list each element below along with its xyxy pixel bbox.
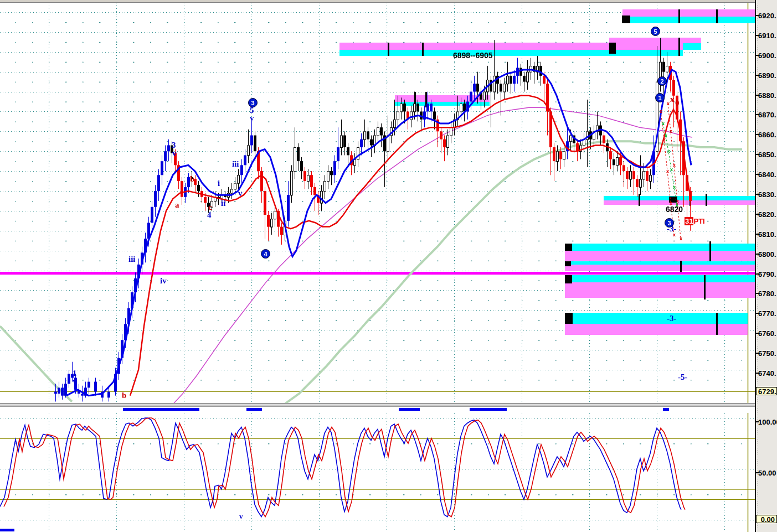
oscillator-value-box: 0.00	[756, 515, 777, 523]
price-axis-label: 6820.	[758, 210, 776, 219]
wave-label-x: x	[670, 96, 675, 103]
wave-label-0: 0	[675, 100, 680, 107]
circled-wave-3: 3	[665, 218, 674, 228]
wave-label-ii: ii	[221, 200, 225, 207]
circled-wave-3: 3	[248, 98, 258, 107]
price-axis-label: 6800.	[758, 250, 776, 259]
wave-label-b: b	[122, 392, 126, 399]
circled-wave-2: 2	[657, 76, 667, 86]
session-open-price-box: 6729.5	[756, 387, 777, 395]
pti-indicator: 31PTI	[685, 217, 705, 225]
oscillator-canvas[interactable]	[0, 413, 755, 532]
wave-label-3: 3	[172, 142, 176, 149]
wave-label-v: v	[250, 115, 254, 122]
price-axis-label: 6920.	[758, 12, 776, 20]
circled-wave-1: 1	[655, 93, 665, 102]
wave-label-b: b	[190, 175, 194, 183]
price-axis-label: 6740.	[758, 369, 776, 378]
main-price-chart-canvas[interactable]	[0, 3, 755, 403]
trend-ribbon-bar	[246, 408, 262, 411]
price-axis-label: 6830.	[758, 190, 776, 199]
trend-ribbon-strip	[0, 407, 755, 413]
price-axis-label: 6790.	[758, 270, 776, 278]
price-axis-label: 6850.	[758, 151, 776, 159]
axis-minor-ticks	[758, 3, 758, 529]
trend-ribbon-bar	[470, 408, 507, 411]
trend-ribbon-bar	[123, 408, 199, 411]
wave-label-3: -3-	[667, 315, 677, 322]
pti-value: 31	[685, 217, 693, 225]
price-axis-label: 6810.	[758, 230, 776, 239]
wave-label-iii: iii	[128, 256, 136, 263]
price-axis-label: 6770.	[758, 309, 776, 318]
wave-label-v: v	[172, 150, 177, 157]
wave-label-a: a	[175, 202, 179, 209]
wave-label-iii: iii	[232, 161, 239, 168]
oscillator-axis-label: 50.00	[758, 469, 776, 477]
wave-label-5: -5-	[678, 374, 688, 381]
wave-label-v: v	[73, 378, 77, 385]
price-axis-label: 6900.	[758, 51, 776, 60]
price-axis-label: 6840.	[758, 171, 776, 179]
price-axis-label: 6860.	[758, 131, 776, 139]
price-axis[interactable]: 6920.6910.6900.6890.6880.6870.6860.6850.…	[755, 0, 777, 532]
price-axis-label: 6780.	[758, 290, 776, 298]
wave-label-iv: iv	[160, 277, 167, 285]
wave-label-4: 4	[207, 211, 212, 219]
price-axis-label: 6870.	[758, 111, 776, 119]
price-axis-label: 6760.	[758, 329, 776, 338]
resistance-zone-label: 6898--6905	[453, 51, 493, 60]
circled-wave-4: 4	[261, 249, 270, 259]
oscillator-buy-marker: v	[239, 512, 243, 521]
price-axis-label: 6890.	[758, 71, 776, 80]
wave-label-i: i	[119, 358, 121, 365]
pti-label: PTI	[693, 217, 704, 225]
price-axis-label: 6750.	[758, 349, 776, 358]
trend-ribbon-bar	[399, 408, 420, 411]
trend-ribbon-bar	[663, 408, 669, 411]
price-axis-label: 6880.	[758, 91, 776, 100]
support-price-label: 6820	[666, 205, 683, 214]
price-axis-label: 6910.	[758, 32, 776, 40]
wave-label-i: i	[218, 180, 220, 187]
wave-label-v: v	[238, 190, 243, 197]
panel-splitter[interactable]	[0, 403, 755, 407]
oscillator-axis-label: 100.00	[758, 418, 777, 426]
circled-wave-5: 5	[651, 27, 660, 36]
chart-application-window: 1vibiiiiv3vabiiic4iiiv5vx0-3--3--5-34521…	[0, 0, 777, 532]
